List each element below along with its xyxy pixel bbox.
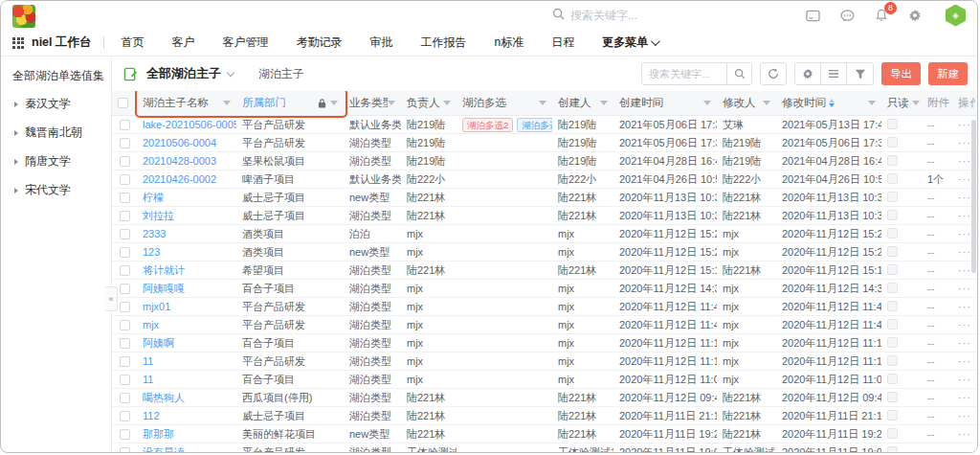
row-name-link[interactable]: 123 [143,246,160,258]
readonly-checkbox[interactable] [887,228,898,239]
column-header[interactable]: 修改时间 [776,91,881,115]
row-actions-button[interactable]: ··· [952,446,977,453]
row-actions-button[interactable]: ··· [952,283,977,294]
select-all-checkbox[interactable] [118,98,128,108]
row-name-link[interactable]: 柠檬 [143,192,164,203]
sidebar-tree-item[interactable]: 隋唐文学 [14,153,111,170]
apps-grid-icon[interactable] [12,37,24,49]
column-header[interactable]: 业务类型 [344,91,401,115]
app-logo[interactable] [12,5,35,28]
row-checkbox[interactable] [120,447,130,454]
column-header[interactable] [112,91,137,115]
table-row[interactable]: mjx01 平台产品研发 湖泊类型 mjx mjx 2020年11月12日 11… [112,298,977,316]
table-row[interactable]: 没有晨读 平台产品研发 湖泊类型 工体哈测试1 工体哈测试1 2020年11月1… [112,444,977,453]
view-subtitle-tab[interactable]: 湖泊主子 [258,66,304,82]
row-name-link[interactable]: 将计就计 [143,264,185,276]
readonly-checkbox[interactable] [887,446,898,454]
readonly-checkbox[interactable] [887,392,898,402]
column-filter-icon[interactable] [388,101,395,105]
table-row[interactable]: mjx 平台产品研发 湖泊类型 mjx mjx 2020年11月12日 11:4… [112,316,977,334]
readonly-checkbox[interactable] [887,210,898,220]
readonly-checkbox[interactable] [887,337,898,348]
readonly-checkbox[interactable] [887,374,898,384]
sidebar-collapse-handle[interactable]: « [105,286,118,311]
row-name-link[interactable]: 20210426-0002 [143,173,216,185]
table-row[interactable]: 将计就计 希望项目 湖泊类型 陆221林 陆221林 2020年11月12日 1… [112,262,977,280]
table-row[interactable]: 2333 酒类项目 泊泊 mjx mjx 2020年11月12日 15:25 m… [112,225,977,243]
column-header[interactable]: 操作 [952,91,977,115]
column-filter-icon[interactable] [443,101,451,105]
nav-item[interactable]: 日程 [551,34,574,51]
row-actions-button[interactable]: ··· [952,392,977,403]
global-search[interactable] [552,7,729,24]
readonly-checkbox[interactable] [887,119,898,129]
table-row[interactable]: 20210506-0004 平台产品研发 湖泊类型 陆219陆 陆219陆 20… [112,134,977,152]
nav-item[interactable]: 考勤记录 [297,34,343,51]
row-actions-button[interactable]: ··· [952,337,977,349]
nav-more-menu[interactable]: 更多菜单 [602,34,657,51]
readonly-checkbox[interactable] [887,155,898,166]
table-row[interactable]: 11 平台产品研发 湖泊类型 mjx mjx 2020年11月12日 11:11… [112,353,977,371]
table-row[interactable]: 喝热狗人 西瓜项目(停用) 湖泊类型 陆221林 陆221林 2020年11月1… [112,389,977,407]
row-name-link[interactable]: 11 [143,374,153,385]
row-actions-button[interactable]: ··· [952,428,977,440]
create-button[interactable]: 新建 [928,62,968,85]
row-checkbox[interactable] [120,302,130,312]
column-header[interactable]: 所属部门 [236,91,344,115]
row-name-link[interactable]: 11 [143,355,153,367]
table-row[interactable]: lake-20210506-0005 平台产品研发 默认业务类型 陆219陆 湖… [112,116,977,134]
row-actions-button[interactable]: ··· [952,374,977,385]
row-checkbox[interactable] [120,393,130,403]
row-checkbox[interactable] [120,356,130,367]
readonly-checkbox[interactable] [887,355,898,366]
column-filter-icon[interactable] [912,101,920,105]
row-actions-button[interactable]: ··· [952,355,977,367]
card-icon[interactable] [806,10,820,22]
sort-icon[interactable] [829,99,835,107]
column-filter-icon[interactable] [763,101,770,105]
row-checkbox[interactable] [120,284,130,294]
table-row[interactable]: 11 百合子项目 湖泊类型 mjx mjx 2020年11月12日 11:04 … [112,371,977,389]
row-checkbox[interactable] [120,338,130,349]
filter-funnel-icon[interactable] [847,63,873,84]
row-checkbox[interactable] [120,375,130,385]
column-filter-icon[interactable] [600,101,608,105]
row-checkbox[interactable] [120,411,130,421]
sidebar-tree-item[interactable]: 秦汉文学 [14,96,111,112]
readonly-checkbox[interactable] [887,246,898,257]
settings-gear-icon[interactable] [908,9,922,22]
sidebar-tree-item[interactable]: 宋代文学 [14,182,111,198]
row-checkbox[interactable] [120,138,130,148]
row-name-link[interactable]: 那那那 [143,428,174,440]
column-filter-icon[interactable] [330,101,338,105]
column-filter-icon[interactable] [703,101,711,105]
table-row[interactable]: 阿姨啊 百合子项目 湖泊类型 mjx mjx 2020年11月12日 11:16… [112,334,977,353]
export-button[interactable]: 导出 [881,62,921,85]
notifications-bell-icon[interactable]: 8 [875,9,888,22]
column-header[interactable]: 只读 [881,91,925,115]
row-name-link[interactable]: mjx [143,319,159,330]
row-checkbox[interactable] [120,247,130,258]
nav-item[interactable]: 首页 [122,34,145,51]
column-header[interactable]: 创建人 [552,91,613,115]
table-row[interactable]: 123 酒类项目 new类型 mjx mjx 2020年11月12日 15:25… [112,243,977,262]
readonly-checkbox[interactable] [887,192,898,202]
row-actions-button[interactable]: ··· [952,301,977,312]
readonly-checkbox[interactable] [887,173,898,184]
view-title[interactable]: 全部湖泊主子 [146,65,221,82]
nav-item[interactable]: 客户 [172,34,195,51]
messages-icon[interactable] [840,10,855,22]
row-name-link[interactable]: lake-20210506-0005 [143,119,236,130]
row-name-link[interactable]: 刘拉拉 [143,210,174,221]
table-row[interactable]: 那那那 美丽的鲜花项目 new类型 陆221林 陆221林 2020年11月11… [112,425,977,444]
row-checkbox[interactable] [120,229,130,239]
tree-expand-arrow-icon[interactable] [14,159,18,165]
global-search-input[interactable] [570,9,704,22]
table-search-button[interactable] [726,62,751,85]
nav-item[interactable]: 工作报告 [421,34,467,51]
row-checkbox[interactable] [120,429,130,440]
table-search[interactable] [641,62,752,85]
column-header[interactable]: 湖泊多选 [457,91,552,115]
row-name-link[interactable]: 阿姨啊 [143,337,174,349]
column-filter-icon[interactable] [223,101,231,105]
